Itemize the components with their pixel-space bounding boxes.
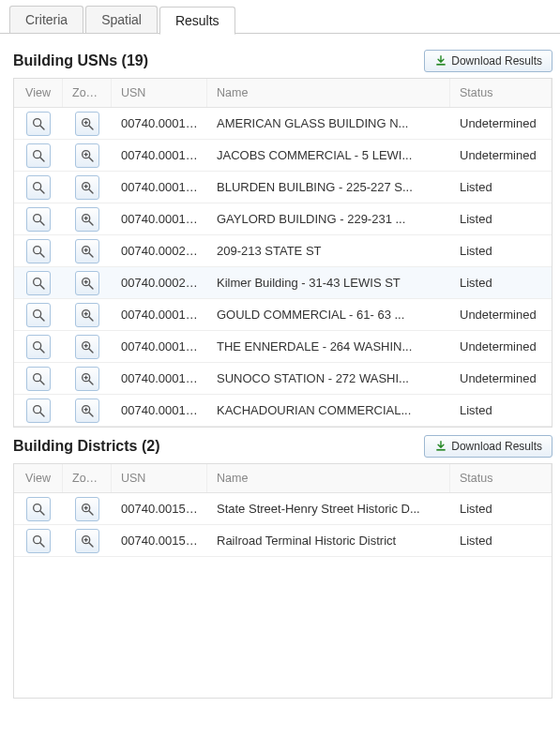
zoom-icon bbox=[80, 116, 95, 131]
zoom-icon bbox=[80, 403, 95, 418]
svg-line-50 bbox=[40, 381, 44, 384]
cell-view bbox=[14, 236, 63, 266]
results-grid: ViewZoomUSNNameStatus00740.000118AMERICA… bbox=[13, 78, 552, 428]
cell-zoom bbox=[63, 173, 112, 203]
view-icon bbox=[31, 116, 46, 131]
section-title: Building USNs (19) bbox=[13, 53, 148, 69]
svg-line-44 bbox=[40, 349, 44, 353]
grid-header: ViewZoomUSNNameStatus bbox=[14, 79, 552, 108]
download-results-button[interactable]: Download Results bbox=[424, 435, 552, 458]
view-button[interactable] bbox=[26, 175, 51, 200]
col-view[interactable]: View bbox=[14, 464, 63, 492]
table-row[interactable]: 00740.000156KACHADOURIAN COMMERCIAL...Li… bbox=[14, 395, 552, 427]
cell-usn: 00740.000140 bbox=[112, 368, 207, 388]
cell-view bbox=[14, 204, 63, 234]
table-row[interactable]: 00740.000139THE ENNERDALE - 264 WASHIN..… bbox=[14, 331, 552, 363]
col-name[interactable]: Name bbox=[207, 464, 450, 492]
col-usn[interactable]: USN bbox=[112, 79, 207, 107]
zoom-button[interactable] bbox=[75, 271, 99, 295]
col-status[interactable]: Status bbox=[450, 464, 552, 492]
view-icon bbox=[31, 502, 46, 517]
col-zoom[interactable]: Zoom bbox=[63, 79, 112, 107]
table-row[interactable]: 00740.001534Railroad Terminal Historic D… bbox=[14, 525, 552, 557]
zoom-button[interactable] bbox=[75, 497, 99, 521]
download-icon bbox=[434, 440, 447, 453]
table-row[interactable]: 00740.000158BLURDEN BUILBING - 225-227 S… bbox=[14, 172, 552, 203]
zoom-button[interactable] bbox=[75, 303, 99, 327]
zoom-button[interactable] bbox=[75, 399, 99, 423]
table-row[interactable]: 00740.000118AMERICAN GLASS BUILDING N...… bbox=[14, 108, 552, 140]
col-view[interactable]: View bbox=[14, 79, 63, 107]
svg-point-37 bbox=[34, 309, 41, 317]
view-button[interactable] bbox=[26, 497, 51, 521]
view-icon bbox=[31, 403, 46, 418]
view-button[interactable] bbox=[26, 335, 51, 359]
zoom-icon bbox=[80, 148, 95, 163]
cell-view bbox=[14, 141, 63, 171]
view-button[interactable] bbox=[26, 143, 51, 168]
col-status[interactable]: Status bbox=[450, 79, 552, 107]
col-usn[interactable]: USN bbox=[112, 464, 207, 492]
zoom-button[interactable] bbox=[75, 529, 99, 553]
view-button[interactable] bbox=[26, 529, 51, 553]
svg-point-43 bbox=[34, 341, 41, 349]
cell-status: Listed bbox=[450, 400, 552, 420]
cell-name: Kilmer Building - 31-43 LEWIS ST bbox=[207, 273, 450, 293]
view-icon bbox=[31, 308, 46, 323]
results-content: Building USNs (19)Download ResultsViewZo… bbox=[0, 42, 560, 737]
view-button[interactable] bbox=[26, 271, 51, 295]
cell-view bbox=[14, 268, 63, 298]
zoom-icon bbox=[80, 534, 95, 549]
view-button[interactable] bbox=[26, 207, 51, 232]
cell-zoom bbox=[63, 300, 112, 330]
tab-spatial[interactable]: Spatial bbox=[85, 6, 158, 34]
table-row[interactable]: 00740.000119JACOBS COMMERCIAL - 5 LEWI..… bbox=[14, 140, 552, 172]
view-button[interactable] bbox=[26, 112, 51, 136]
zoom-icon bbox=[80, 502, 95, 517]
cell-usn: 00740.000158 bbox=[112, 177, 207, 197]
table-row[interactable]: 00740.001533State Street-Henry Street Hi… bbox=[14, 493, 552, 525]
svg-line-28 bbox=[89, 253, 93, 257]
zoom-icon bbox=[80, 371, 95, 386]
cell-status: Listed bbox=[450, 209, 552, 229]
zoom-button[interactable] bbox=[75, 143, 99, 168]
view-button[interactable] bbox=[26, 303, 51, 327]
cell-usn: 00740.000286 bbox=[112, 241, 207, 261]
svg-rect-61 bbox=[437, 449, 446, 451]
zoom-button[interactable] bbox=[75, 207, 99, 232]
view-icon bbox=[31, 276, 46, 291]
grid-header: ViewZoomUSNNameStatus bbox=[14, 464, 552, 493]
cell-status: Undetermined bbox=[450, 113, 552, 133]
col-zoom[interactable]: Zoom bbox=[63, 464, 112, 492]
cell-name: BLURDEN BUILBING - 225-227 S... bbox=[207, 177, 450, 197]
table-row[interactable]: 00740.000140SUNOCO STATION - 272 WASHI..… bbox=[14, 363, 552, 395]
zoom-button[interactable] bbox=[75, 335, 99, 359]
svg-line-20 bbox=[40, 221, 44, 225]
tab-results[interactable]: Results bbox=[159, 7, 235, 35]
col-name[interactable]: Name bbox=[207, 79, 450, 107]
svg-line-58 bbox=[89, 413, 93, 416]
zoom-button[interactable] bbox=[75, 175, 99, 200]
svg-line-65 bbox=[89, 511, 93, 515]
zoom-button[interactable] bbox=[75, 367, 99, 391]
view-icon bbox=[31, 244, 46, 259]
cell-zoom bbox=[63, 268, 112, 298]
view-icon bbox=[31, 212, 46, 227]
zoom-icon bbox=[80, 308, 95, 323]
view-button[interactable] bbox=[26, 367, 51, 391]
view-button[interactable] bbox=[26, 239, 51, 263]
table-row[interactable]: 00740.000159GAYLORD BUILDING - 229-231 .… bbox=[14, 203, 552, 235]
zoom-button[interactable] bbox=[75, 112, 99, 136]
tab-criteria[interactable]: Criteria bbox=[9, 6, 83, 34]
view-button[interactable] bbox=[26, 399, 51, 423]
cell-name: GAYLORD BUILDING - 229-231 ... bbox=[207, 209, 450, 229]
zoom-button[interactable] bbox=[75, 239, 99, 263]
table-row[interactable]: 00740.000166GOULD COMMERCIAL - 61- 63 ..… bbox=[14, 299, 552, 331]
download-results-button[interactable]: Download Results bbox=[424, 50, 552, 72]
tab-bar: CriteriaSpatialResults bbox=[0, 0, 560, 34]
cell-name: JACOBS COMMERCIAL - 5 LEWI... bbox=[207, 145, 450, 165]
table-row[interactable]: 00740.000286209-213 STATE STListed bbox=[14, 235, 552, 267]
table-row[interactable]: 00740.000291Kilmer Building - 31-43 LEWI… bbox=[14, 267, 552, 299]
cell-zoom bbox=[63, 526, 112, 556]
cell-zoom bbox=[63, 364, 112, 394]
